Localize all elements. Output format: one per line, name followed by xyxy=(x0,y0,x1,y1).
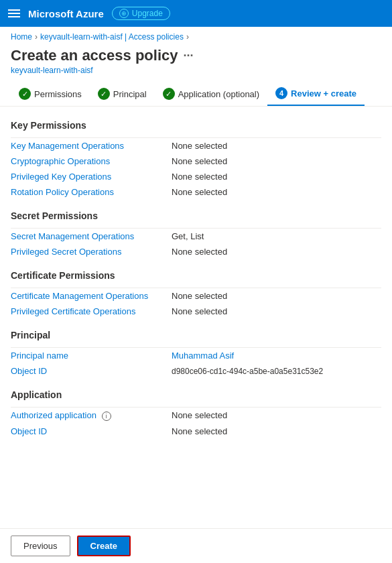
divider-4 xyxy=(11,347,381,348)
row-crypto-ops: Cryptographic Operations None selected xyxy=(11,156,381,168)
page-title-row: Create an access policy ··· xyxy=(11,47,381,64)
label-priv-secret-ops: Privileged Secret Operations xyxy=(11,247,172,257)
section-application-title: Application xyxy=(11,389,381,400)
label-rotation-policy: Rotation Policy Operations xyxy=(11,187,172,197)
row-secret-mgmt: Secret Management Operations Get, List xyxy=(11,231,381,243)
value-app-object-id: None selected xyxy=(172,426,227,436)
more-options-icon[interactable]: ··· xyxy=(183,49,193,63)
value-priv-key-ops: None selected xyxy=(172,172,227,182)
nav-title: Microsoft Azure xyxy=(28,8,104,19)
previous-button[interactable]: Previous xyxy=(11,536,70,556)
label-cert-mgmt: Certificate Management Operations xyxy=(11,291,172,301)
step-application-check: ✓ xyxy=(163,88,175,100)
breadcrumb: Home › keyvault-learn-with-aisf | Access… xyxy=(0,27,392,44)
label-app-object-id: Object ID xyxy=(11,426,172,436)
label-crypto-ops: Cryptographic Operations xyxy=(11,156,172,166)
top-nav: Microsoft Azure ⊕ Upgrade xyxy=(0,0,392,27)
section-cert-permissions-title: Certificate Permissions xyxy=(11,270,381,281)
value-crypto-ops: None selected xyxy=(172,156,227,166)
row-priv-cert-ops: Privileged Certificate Operations None s… xyxy=(11,306,381,318)
divider-5 xyxy=(11,407,381,408)
section-key-permissions-title: Key Permissions xyxy=(11,120,381,131)
divider-1 xyxy=(11,137,381,138)
page-title: Create an access policy xyxy=(11,47,178,64)
row-auth-app: Authorized application i None selected xyxy=(11,410,381,422)
upgrade-label: Upgrade xyxy=(132,9,163,18)
step-review[interactable]: 4 Review + create xyxy=(267,83,365,106)
divider-2 xyxy=(11,228,381,229)
label-priv-key-ops: Privileged Key Operations xyxy=(11,172,172,182)
label-priv-cert-ops: Privileged Certificate Operations xyxy=(11,306,172,316)
value-object-id: d980ce06-cd1c-494c-a5be-a0a5e31c53e2 xyxy=(172,367,323,376)
value-priv-secret-ops: None selected xyxy=(172,247,227,257)
value-priv-cert-ops: None selected xyxy=(172,306,227,316)
value-rotation-policy: None selected xyxy=(172,187,227,197)
breadcrumb-home[interactable]: Home xyxy=(11,32,32,42)
row-object-id: Object ID d980ce06-cd1c-494c-a5be-a0a5e3… xyxy=(11,366,381,377)
step-permissions-check: ✓ xyxy=(19,88,31,100)
main-content: Key Permissions Key Management Operation… xyxy=(0,107,392,495)
row-key-mgmt: Key Management Operations None selected xyxy=(11,141,381,152)
breadcrumb-sep1: › xyxy=(35,32,38,42)
breadcrumb-sep2: › xyxy=(186,32,189,42)
info-icon: i xyxy=(102,412,111,421)
value-key-mgmt: None selected xyxy=(172,141,227,151)
step-principal[interactable]: ✓ Principal xyxy=(90,84,155,105)
label-secret-mgmt: Secret Management Operations xyxy=(11,231,172,241)
breadcrumb-vault[interactable]: keyvault-learn-with-aisf | Access polici… xyxy=(40,32,184,42)
step-review-label: Review + create xyxy=(291,88,356,99)
footer: Previous Create xyxy=(0,528,392,563)
row-app-object-id: Object ID None selected xyxy=(11,426,381,438)
step-review-num: 4 xyxy=(275,87,287,99)
step-permissions-label: Permissions xyxy=(34,89,82,99)
label-auth-app: Authorized application i xyxy=(11,410,172,421)
label-principal-name: Principal name xyxy=(11,351,172,361)
row-priv-key-ops: Privileged Key Operations None selected xyxy=(11,172,381,183)
label-object-id: Object ID xyxy=(11,366,172,376)
hamburger-icon[interactable] xyxy=(8,9,20,17)
page-subtitle: keyvault-learn-with-aisf xyxy=(11,66,381,75)
value-cert-mgmt: None selected xyxy=(172,291,227,301)
divider-3 xyxy=(11,288,381,288)
step-principal-label: Principal xyxy=(113,89,147,99)
upgrade-button[interactable]: ⊕ Upgrade xyxy=(112,7,170,20)
page-header: Create an access policy ··· keyvault-lea… xyxy=(0,44,392,76)
section-principal-title: Principal xyxy=(11,330,381,340)
value-auth-app: None selected xyxy=(172,410,227,420)
wizard-steps: ✓ Permissions ✓ Principal ✓ Application … xyxy=(0,76,392,107)
row-cert-mgmt: Certificate Management Operations None s… xyxy=(11,291,381,302)
row-priv-secret-ops: Privileged Secret Operations None select… xyxy=(11,247,381,258)
create-button[interactable]: Create xyxy=(77,536,131,556)
upgrade-icon: ⊕ xyxy=(119,9,129,18)
section-secret-permissions-title: Secret Permissions xyxy=(11,210,381,221)
row-principal-name: Principal name Muhammad Asif xyxy=(11,351,381,362)
step-application[interactable]: ✓ Application (optional) xyxy=(155,84,267,105)
step-principal-check: ✓ xyxy=(98,88,110,100)
step-permissions[interactable]: ✓ Permissions xyxy=(11,84,90,105)
value-secret-mgmt: Get, List xyxy=(172,231,204,241)
label-key-mgmt: Key Management Operations xyxy=(11,141,172,151)
value-principal-name: Muhammad Asif xyxy=(172,351,234,361)
step-application-label: Application (optional) xyxy=(178,89,259,99)
row-rotation-policy: Rotation Policy Operations None selected xyxy=(11,187,381,198)
